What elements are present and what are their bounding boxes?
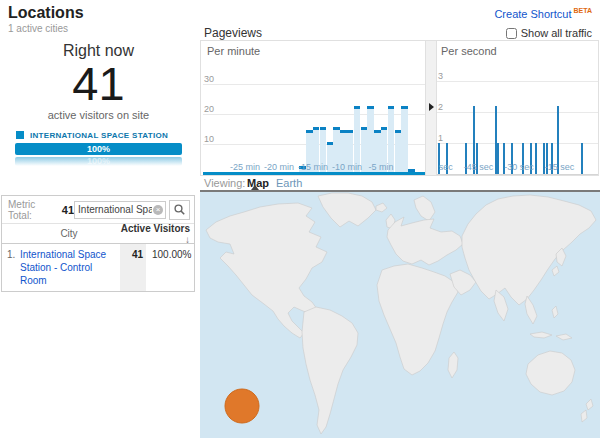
chart-bar xyxy=(408,169,414,172)
active-tab-caret-icon xyxy=(251,185,259,190)
locations-table: Metric Total: 41 × City Active Visitors … xyxy=(1,195,195,292)
tab-earth[interactable]: Earth xyxy=(276,177,302,189)
continents xyxy=(206,193,596,434)
chevron-right-icon xyxy=(429,103,434,111)
legend-swatch-icon xyxy=(16,131,24,139)
beta-badge: BETA xyxy=(573,7,592,14)
pageviews-chart-box: Per minute 102030-25 min-20 min-15 min-1… xyxy=(200,40,599,176)
active-visitors-percent: 100.00% xyxy=(146,244,194,291)
clear-search-icon[interactable]: × xyxy=(153,205,163,215)
search-button[interactable] xyxy=(169,200,190,220)
per-second-chart: Per second 123-60 sec-45 sec-30 sec-15 s… xyxy=(437,41,598,175)
per-minute-chart: Per minute 102030-25 min-20 min-15 min-1… xyxy=(203,41,425,175)
chart-bar xyxy=(495,106,497,174)
chart-bar xyxy=(581,143,583,174)
viewing-bar: Viewing: Map Earth xyxy=(200,176,600,192)
y-axis-label: 10 xyxy=(204,134,214,144)
table-header-row: City Active Visitors ↓ xyxy=(2,224,194,244)
y-axis-label: 2 xyxy=(438,102,443,112)
per-second-title: Per second xyxy=(441,45,497,57)
chart-bar xyxy=(497,143,499,174)
world-map[interactable] xyxy=(200,192,600,438)
x-axis-label: -15 min xyxy=(297,162,329,172)
realtime-locations-page: Locations 1 active cities Create Shortcu… xyxy=(0,0,600,438)
x-axis-label: -60 sec xyxy=(437,162,454,172)
x-axis-label: -45 sec xyxy=(463,162,495,172)
gridline xyxy=(203,84,425,85)
percentage-bar-reflection: 100% xyxy=(15,157,182,166)
x-axis-label: -5 min xyxy=(365,162,397,172)
active-visitors-value: 41 xyxy=(120,244,146,291)
viewing-label: Viewing: xyxy=(204,177,245,189)
gridline xyxy=(437,81,598,82)
x-axis-label: -25 min xyxy=(229,162,261,172)
y-axis-label: 3 xyxy=(438,71,443,81)
chart-bar xyxy=(401,106,407,172)
metric-total-label: Metric Total: xyxy=(8,199,59,221)
x-axis-label: -30 sec xyxy=(503,162,535,172)
create-shortcut-link[interactable]: Create ShortcutBETA xyxy=(494,7,592,20)
search-wrap: × xyxy=(74,201,166,219)
gridline xyxy=(437,143,598,144)
col-city[interactable]: City xyxy=(18,228,120,239)
search-icon xyxy=(174,204,185,215)
table-controls-row: Metric Total: 41 × xyxy=(2,196,194,224)
legend-label: INTERNATIONAL SPACE STATION xyxy=(30,131,168,140)
show-all-traffic-label: Show all traffic xyxy=(521,27,592,39)
y-axis-label: 20 xyxy=(204,104,214,114)
col-active-visitors[interactable]: Active Visitors ↓ xyxy=(120,223,194,245)
table-row: 1. International Space Station - Control… xyxy=(2,244,194,291)
row-index: 1. xyxy=(2,244,18,291)
active-visitors-caption: active visitors on site xyxy=(0,109,197,121)
y-axis-label: 30 xyxy=(204,74,214,84)
pageviews-title: Pageviews xyxy=(204,26,262,40)
x-axis-label: -10 min xyxy=(331,162,363,172)
per-minute-title: Per minute xyxy=(207,45,260,57)
y-axis-label: 1 xyxy=(438,133,443,143)
x-axis-label: -20 min xyxy=(263,162,295,172)
sort-desc-icon: ↓ xyxy=(185,234,190,245)
right-now-panel: Right now 41 active visitors on site INT… xyxy=(0,0,197,438)
map-area xyxy=(200,192,600,438)
gridline xyxy=(437,112,598,113)
show-all-traffic[interactable]: Show all traffic xyxy=(506,27,592,39)
active-visitors-count: 41 xyxy=(0,56,197,111)
metric-total-value: 41 xyxy=(62,204,74,216)
create-shortcut-label: Create Shortcut xyxy=(494,8,571,20)
x-axis-label: -15 sec xyxy=(544,162,576,172)
chart-divider-handle[interactable] xyxy=(425,41,437,175)
show-all-traffic-checkbox[interactable] xyxy=(506,28,517,39)
visitor-marker[interactable] xyxy=(225,389,259,423)
legend-row: INTERNATIONAL SPACE STATION xyxy=(16,131,168,140)
city-link[interactable]: International Space Station - Control Ro… xyxy=(18,244,120,291)
percentage-bar: 100% xyxy=(15,143,182,155)
chart-bar xyxy=(535,143,537,174)
